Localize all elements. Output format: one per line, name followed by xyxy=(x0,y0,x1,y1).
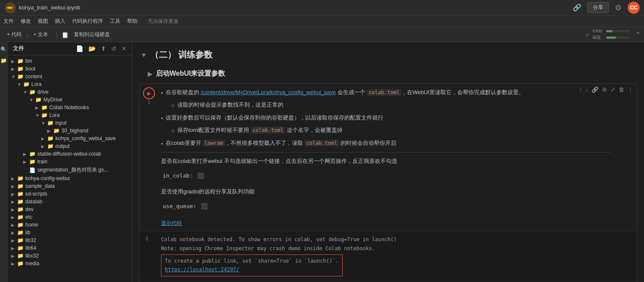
param-in-colab: 是否在colab里打开webui 不勾选就输出一个链接，点击后在另一个网页操作，… xyxy=(161,156,611,183)
subsection-title: 启动WebUI来设置参数 xyxy=(156,69,225,78)
tree-item-bin[interactable]: ▶ 📁 bin xyxy=(8,57,132,65)
svg-point-1 xyxy=(7,6,9,9)
tree-label: input xyxy=(55,120,67,126)
run-cell-button[interactable]: ▶ xyxy=(143,87,155,99)
add-text-button[interactable]: + 文本 xyxy=(30,30,52,40)
cell-delete-icon[interactable]: 🗑 xyxy=(619,86,624,93)
disk-label: 磁盘 xyxy=(592,34,605,40)
menu-help[interactable]: 帮助 xyxy=(127,18,137,25)
tree-item-lib64[interactable]: ▶ 📁 lib64 xyxy=(8,244,132,252)
notebook-cell-1: ↑ ↓ 🔗 ⚙ ⤢ 🗑 ⋮ ▶ 1 • 在谷歌硬盘的 /content/dri xyxy=(139,83,637,282)
tree-label: etc xyxy=(25,214,32,220)
param-in-colab-desc: 是否在colab里打开webui 不勾选就输出一个链接，点击后在另一个网页操作，… xyxy=(161,156,611,166)
tree-label: train xyxy=(37,159,47,165)
tree-item-train[interactable]: ▶ 📁 train xyxy=(8,158,132,166)
checkmark-icon: ✓ xyxy=(586,32,590,38)
copy-to-drive-button[interactable]: 复制到云端硬盘 xyxy=(70,30,113,40)
share-button[interactable]: 分享 xyxy=(587,2,609,13)
tree-label: bin xyxy=(25,58,32,64)
colab-toml-code: colab.toml xyxy=(367,89,401,96)
settings-icon[interactable]: ⚙ xyxy=(615,3,622,12)
close-sidebar-icon[interactable]: ✕ xyxy=(122,45,127,52)
subsection-collapse-icon[interactable]: ▶ xyxy=(148,70,152,77)
tree-item-lora2[interactable]: ▼ 📁 Lora xyxy=(8,111,132,119)
tree-label: media xyxy=(25,261,39,267)
tree-item-sample-data[interactable]: ▶ 📁 sample_data xyxy=(8,182,132,190)
tree-item-datalab[interactable]: ▶ 📁 datalab xyxy=(8,198,132,205)
use-queue-checkbox[interactable] xyxy=(201,203,207,209)
tree-item-lib32[interactable]: ▶ 📁 lib32 xyxy=(8,236,132,244)
tree-item-lora1[interactable]: ▼ 📁 Lora xyxy=(8,80,132,88)
sidebar-title: 文件 xyxy=(13,45,71,52)
user-avatar[interactable]: CC xyxy=(628,2,640,14)
upload-icon[interactable]: ⬆ xyxy=(101,45,106,52)
search-sidebar-icon[interactable]: 🔍 xyxy=(0,46,7,52)
arrow-icon: ▶ xyxy=(11,59,15,64)
copy-icon: 📋 xyxy=(61,31,69,38)
cell-expand-icon[interactable]: ⤢ xyxy=(611,86,615,93)
topbar-actions: 🔗 分享 ⚙ CC xyxy=(573,2,640,14)
tree-item-media[interactable]: ▶ 📁 media xyxy=(8,260,132,267)
collapse-toolbar-icon[interactable]: ⌃ xyxy=(635,31,641,39)
tree-label: 30_bighand xyxy=(61,128,88,134)
sidebar: 文件 📄 📂 ⬆ ↺ ✕ ▶ 📁 bin ▶ 📁 boot xyxy=(8,42,132,282)
notebook-title: kohya_train_webui.ipynb xyxy=(19,4,573,11)
tree-item-mydrive[interactable]: ▼ 📁 MyDrive xyxy=(8,96,132,104)
tree-item-kohya-config-save[interactable]: ▶ 📁 kohya_config_webui_save xyxy=(8,135,132,142)
tree-item-segmentation[interactable]: ▶ 📄 segmentation_颜色对照表.gs... xyxy=(8,166,132,175)
new-file-icon[interactable]: 📄 xyxy=(76,45,83,52)
refresh-icon[interactable]: ↺ xyxy=(111,45,116,52)
colab-logo xyxy=(4,2,16,14)
tree-item-etc[interactable]: ▶ 📁 etc xyxy=(8,213,132,221)
tree-item-home[interactable]: ▶ 📁 home xyxy=(8,221,132,229)
files-sidebar-icon[interactable]: 📁 xyxy=(0,58,7,64)
tree-item-30bighand[interactable]: ▶ 📁 30_bighand xyxy=(8,127,132,135)
output-link-box: To create a public link, set `share=True… xyxy=(161,254,343,276)
section-header: ▼ （二） 训练参数 xyxy=(132,42,644,64)
menu-file[interactable]: 文件 xyxy=(3,18,14,25)
tree-item-kohya-config-webui[interactable]: ▶ 📁 kohya-config-webui xyxy=(8,175,132,182)
localhost-link[interactable]: https://localhost:24297/ xyxy=(165,267,239,273)
tree-item-dev[interactable]: ▶ 📁 dev xyxy=(8,205,132,213)
cell-number-label: 1 xyxy=(148,100,150,105)
file-tree: ▶ 📁 bin ▶ 📁 boot ▼ 📁 content xyxy=(8,55,132,282)
cell-up-icon[interactable]: ↑ xyxy=(579,86,582,93)
tree-item-sd-scripts[interactable]: ▶ 📁 sd-scripts xyxy=(8,190,132,198)
tree-item-sd-webui[interactable]: ▶ 📁 stable-diffusion-webui-colab xyxy=(8,150,132,158)
param-in-colab-line: in_colab: xyxy=(161,169,611,183)
new-folder-icon[interactable]: 📂 xyxy=(88,45,96,52)
cell-down-icon[interactable]: ↓ xyxy=(586,86,589,93)
output-cell-number: 2 xyxy=(146,235,148,242)
tree-item-colab-notebooks[interactable]: ▶ 📁 Colab Notebooks xyxy=(8,104,132,111)
menu-view[interactable]: 视图 xyxy=(38,18,48,25)
menu-tools[interactable]: 工具 xyxy=(110,18,120,25)
tree-item-content[interactable]: ▼ 📁 content xyxy=(8,73,132,80)
add-code-button[interactable]: + 代码 xyxy=(3,30,25,40)
drive-link[interactable]: /content/drive/MyDrive/Lora/kohya_config… xyxy=(200,89,336,95)
in-colab-checkbox[interactable] xyxy=(198,173,204,179)
resource-indicator: ✓ RAM 磁盘 ⌃ xyxy=(586,29,641,40)
tree-label: drive xyxy=(37,89,49,95)
tree-label: output xyxy=(55,143,70,149)
tree-item-lib[interactable]: ▶ 📁 lib xyxy=(8,229,132,236)
tree-item-libx32[interactable]: ▶ 📁 libx32 xyxy=(8,252,132,260)
cell-settings-icon[interactable]: ⚙ xyxy=(602,86,607,93)
cell-toolbar: ↑ ↓ 🔗 ⚙ ⤢ 🗑 ⋮ xyxy=(579,86,633,93)
section-collapse-icon[interactable]: ▼ xyxy=(141,52,147,58)
toolbar: + 代码 | + 文本 | 📋 复制到云端硬盘 ✓ RAM 磁盘 ⌃ xyxy=(0,28,644,42)
show-code-link[interactable]: 显示代码 xyxy=(161,220,182,226)
sub-bullet-icon: ○ xyxy=(171,126,175,136)
menu-edit[interactable]: 修改 xyxy=(21,18,31,25)
tree-label: kohya-config-webui xyxy=(25,175,70,181)
tree-item-drive[interactable]: ▼ 📁 drive xyxy=(8,88,132,96)
tree-item-boot[interactable]: ▶ 📁 boot xyxy=(8,65,132,73)
tree-item-output[interactable]: ▶ 📁 output xyxy=(8,142,132,150)
menu-runtime[interactable]: 代码执行程序 xyxy=(72,18,103,25)
cell-link-icon[interactable]: 🔗 xyxy=(592,86,598,93)
tree-item-input[interactable]: ▼ 📁 input xyxy=(8,119,132,127)
menu-insert[interactable]: 插入 xyxy=(55,18,65,25)
tree-label: libx32 xyxy=(25,253,39,259)
sidebar-header: 文件 📄 📂 ⬆ ↺ ✕ xyxy=(8,42,132,55)
ram-bar xyxy=(606,30,630,32)
cell-more-icon[interactable]: ⋮ xyxy=(628,86,633,93)
